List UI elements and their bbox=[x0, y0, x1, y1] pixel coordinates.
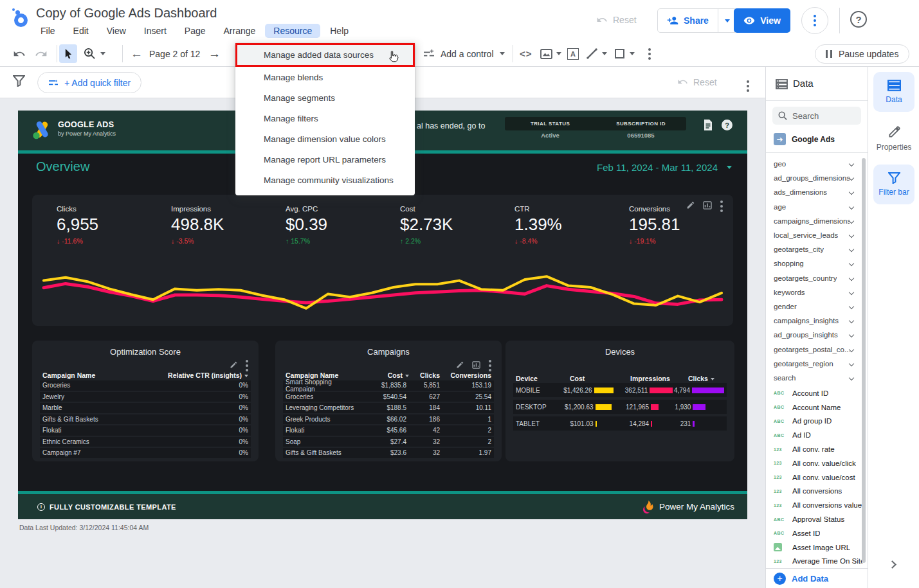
field-item[interactable]: ABCAccount Name bbox=[766, 400, 862, 414]
next-page-button[interactable]: → bbox=[208, 41, 221, 66]
table-row[interactable]: Soap$27.4322 bbox=[283, 437, 494, 447]
resource-menu-item[interactable]: Manage filters bbox=[235, 108, 415, 129]
menu-help[interactable]: Help bbox=[322, 24, 357, 38]
field-item[interactable]: ABCAsset ID bbox=[766, 526, 862, 540]
resource-menu-item[interactable]: Manage report URL parameters bbox=[235, 149, 415, 170]
page-indicator[interactable]: Page 2 of 12 bbox=[149, 41, 200, 66]
shape-tool-button[interactable] bbox=[615, 41, 635, 66]
table-row[interactable]: DESKTOP$1,200.63121,9651,930 bbox=[513, 400, 727, 414]
undo-button[interactable] bbox=[13, 41, 26, 66]
table-header[interactable]: Device Cost Impressions Clicks bbox=[513, 375, 727, 382]
report-title[interactable]: Copy of Google Ads Dashboard bbox=[36, 6, 217, 21]
field-item[interactable]: ABCApproval Status bbox=[766, 512, 862, 526]
rail-properties-button[interactable]: Properties bbox=[868, 126, 919, 152]
sidebar-group-geotargets-region[interactable]: geotargets_region bbox=[766, 357, 862, 371]
field-item[interactable]: ABCAd ID bbox=[766, 428, 862, 442]
table-row[interactable]: Gifts & Gift Baskets$23.6321.97 bbox=[283, 448, 494, 458]
menu-insert[interactable]: Insert bbox=[136, 24, 175, 38]
field-item[interactable]: 123Average Time On Site bbox=[766, 555, 862, 569]
edit-chart-icon[interactable] bbox=[456, 360, 464, 371]
toolbar-more-button[interactable] bbox=[648, 41, 651, 66]
view-button[interactable]: View bbox=[734, 8, 790, 33]
field-item[interactable]: 123All conv. rate bbox=[766, 442, 862, 456]
more-options-button[interactable] bbox=[801, 7, 828, 34]
rail-data-button[interactable]: Data bbox=[873, 72, 914, 112]
field-item[interactable]: 123All conversions value bbox=[766, 498, 862, 512]
field-item[interactable]: ABCAccount ID bbox=[766, 386, 862, 400]
line-tool-button[interactable] bbox=[587, 41, 607, 66]
sidebar-group-geotargets-postal-co-[interactable]: geotargets_postal_co... bbox=[766, 342, 862, 356]
filter-reset-button[interactable]: Reset bbox=[677, 76, 717, 87]
sidebar-group-ad-groups-insights[interactable]: ad_groups_insights bbox=[766, 328, 862, 342]
table-row[interactable]: Smart Shopping Campaign$1,835.85,851153.… bbox=[283, 380, 494, 391]
text-tool-button[interactable]: A bbox=[567, 41, 579, 66]
resource-menu-item[interactable]: Manage added data sources bbox=[235, 43, 415, 67]
field-item[interactable]: ABCAd group ID bbox=[766, 414, 862, 429]
zoom-tool-button[interactable] bbox=[84, 41, 105, 66]
trend-chart[interactable] bbox=[40, 263, 725, 322]
scrollbar-thumb[interactable] bbox=[862, 158, 866, 563]
table-row[interactable]: Campaign #70% bbox=[40, 448, 251, 458]
menu-view[interactable]: View bbox=[98, 24, 134, 38]
sidebar-group-shopping[interactable]: shopping bbox=[766, 256, 862, 271]
field-item[interactable]: 123All conversions bbox=[766, 485, 862, 499]
table-row[interactable]: Groceries$540.5462725.54 bbox=[283, 392, 494, 402]
select-tool-button[interactable] bbox=[59, 44, 77, 63]
share-button[interactable]: Share bbox=[657, 8, 738, 33]
table-row[interactable]: Flokati0% bbox=[40, 425, 251, 436]
sidebar-group-geo[interactable]: geo bbox=[766, 157, 862, 171]
insert-image-button[interactable] bbox=[540, 41, 561, 66]
resource-menu-item[interactable]: Manage blends bbox=[235, 67, 415, 87]
sidebar-group-local-service-leads[interactable]: local_service_leads bbox=[766, 228, 862, 242]
table-row[interactable]: MOBILE$1,426.26362,5114,794 bbox=[513, 383, 727, 397]
sidebar-group-geotargets-city[interactable]: geotargets_city bbox=[766, 242, 862, 256]
sidebar-group-keywords[interactable]: keywords bbox=[766, 285, 862, 299]
sidebar-group-age[interactable]: age bbox=[766, 200, 862, 214]
sidebar-group-geotargets-country[interactable]: geotargets_country bbox=[766, 271, 862, 285]
redo-button[interactable] bbox=[35, 41, 48, 66]
previous-page-button[interactable]: ← bbox=[131, 41, 143, 66]
sidebar-group-gender[interactable]: gender bbox=[766, 299, 862, 314]
document-icon[interactable] bbox=[704, 120, 713, 133]
add-quick-filter-button[interactable]: + Add quick filter bbox=[37, 72, 141, 93]
table-header[interactable]: Campaign Name Relative CTR (insights) bbox=[40, 371, 251, 379]
table-row[interactable]: Greek Products$66.021861 bbox=[283, 414, 494, 425]
table-row[interactable]: Flokati$45.66422 bbox=[283, 425, 494, 436]
table-row[interactable]: TABLET$101.0314,284231 bbox=[513, 416, 727, 431]
menu-page[interactable]: Page bbox=[176, 24, 214, 38]
edit-chart-icon[interactable] bbox=[230, 360, 237, 371]
data-source-chip[interactable]: ➔ Google Ads bbox=[774, 133, 835, 145]
menu-resource[interactable]: Resource bbox=[265, 24, 320, 38]
rail-filter-bar-button[interactable]: Filter bar bbox=[873, 165, 914, 204]
dashboard-help-icon[interactable]: ? bbox=[722, 120, 732, 130]
resource-menu-item[interactable]: Manage dimension value colors bbox=[235, 129, 415, 149]
date-range-control[interactable]: Feb 11, 2024 - Mar 11, 2024 bbox=[558, 162, 732, 173]
table-row[interactable]: Groceries0% bbox=[40, 380, 251, 391]
chart-options-icon[interactable] bbox=[472, 360, 480, 371]
table-row[interactable]: Marble0% bbox=[40, 403, 251, 413]
table-row[interactable]: Leveraging Competitors$188.518410.11 bbox=[283, 403, 494, 413]
sidebar-group-campaigns-insights[interactable]: campaigns_insights bbox=[766, 314, 862, 328]
table-row[interactable]: Ethnic Ceramics0% bbox=[40, 437, 251, 447]
field-item[interactable]: 123All conv. value/click bbox=[766, 456, 862, 470]
menu-arrange[interactable]: Arrange bbox=[215, 24, 264, 38]
resource-menu-item[interactable]: Manage segments bbox=[235, 87, 415, 108]
filter-bar-more-button[interactable] bbox=[747, 74, 749, 92]
add-control-button[interactable]: Add a control bbox=[423, 41, 505, 66]
collapse-panel-chevron[interactable] bbox=[888, 560, 896, 569]
pause-updates-button[interactable]: Pause updates bbox=[815, 44, 909, 64]
menu-edit[interactable]: Edit bbox=[65, 24, 97, 38]
sidebar-group-search[interactable]: search bbox=[766, 371, 862, 385]
resource-menu-item[interactable]: Manage community visualizations bbox=[235, 170, 415, 190]
add-data-button[interactable]: + Add Data bbox=[766, 568, 868, 588]
sidebar-group-ad-groups-dimensions[interactable]: ad_groups_dimensions bbox=[766, 171, 862, 185]
table-row[interactable]: Jewelry0% bbox=[40, 392, 251, 402]
table-row[interactable]: Gifts & Gift Baskets0% bbox=[40, 414, 251, 425]
kebab-icon[interactable] bbox=[246, 360, 248, 371]
search-input[interactable]: Search bbox=[772, 107, 861, 125]
field-item[interactable]: 123All conv. value/cost bbox=[766, 470, 862, 485]
kebab-icon[interactable] bbox=[489, 360, 491, 371]
sidebar-group-ads-dimensions[interactable]: ads_dimensions bbox=[766, 185, 862, 199]
sidebar-group-campaigns-dimensions[interactable]: campaigns_dimensions bbox=[766, 214, 862, 228]
field-item[interactable]: Asset Image URL bbox=[766, 540, 862, 555]
